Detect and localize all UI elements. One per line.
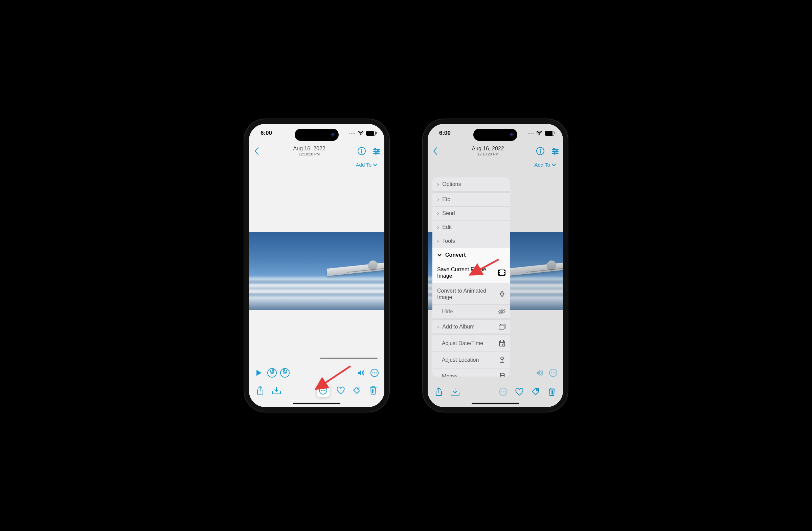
favorite-button[interactable] bbox=[514, 387, 524, 397]
favorite-button[interactable] bbox=[336, 386, 346, 395]
menu-label: Convert bbox=[445, 252, 506, 258]
trash-button[interactable] bbox=[547, 387, 557, 397]
menu-tools[interactable]: › Tools bbox=[432, 234, 510, 248]
download-button[interactable] bbox=[271, 386, 281, 395]
bottom-toolbar bbox=[427, 387, 563, 397]
more-button-b[interactable] bbox=[498, 387, 508, 397]
playback-toolbar: 10 10 bbox=[249, 368, 385, 378]
screen: 6:00 bbox=[427, 124, 563, 407]
menu-save-current-frame[interactable]: Save Current Frame Image bbox=[432, 262, 510, 283]
menu-convert-header[interactable]: Convert bbox=[432, 248, 510, 262]
svg-point-14 bbox=[358, 388, 359, 389]
info-button[interactable] bbox=[535, 145, 546, 157]
header-time: 12:18:28 PM bbox=[441, 152, 535, 156]
scrubber-track[interactable] bbox=[320, 358, 378, 359]
context-menu: › Options › Etc › Send › Edit › Tools bbox=[432, 178, 510, 377]
share-button[interactable] bbox=[434, 387, 444, 397]
tag-button[interactable] bbox=[352, 386, 362, 395]
menu-label: Options bbox=[442, 181, 506, 187]
share-button[interactable] bbox=[255, 386, 265, 395]
menu-convert-animated[interactable]: Convert to Animated Image bbox=[432, 283, 510, 305]
menu-label: Edit bbox=[442, 224, 506, 230]
menu-label: Add to Album bbox=[442, 324, 495, 330]
tag-button[interactable] bbox=[531, 387, 541, 397]
svg-point-28 bbox=[503, 391, 504, 392]
svg-point-18 bbox=[540, 149, 541, 150]
download-button[interactable] bbox=[450, 387, 460, 397]
status-bar: 6:00 bbox=[249, 124, 385, 142]
volume-button[interactable] bbox=[535, 368, 545, 378]
location-pin-icon bbox=[499, 356, 506, 364]
home-indicator[interactable] bbox=[472, 403, 519, 404]
info-button[interactable] bbox=[356, 145, 367, 157]
frame-image-icon bbox=[498, 269, 506, 276]
svg-point-24 bbox=[552, 372, 553, 373]
chevron-down-icon bbox=[373, 163, 378, 167]
photo-preview[interactable] bbox=[249, 232, 385, 310]
menu-label: Tools bbox=[442, 238, 506, 244]
menu-adjust-location[interactable]: Adjust Location bbox=[432, 352, 510, 368]
menu-label: Hide bbox=[437, 308, 495, 315]
more-button-a[interactable] bbox=[548, 368, 558, 378]
calendar-icon bbox=[499, 340, 506, 347]
wifi-icon bbox=[536, 131, 542, 136]
menu-options[interactable]: › Options bbox=[432, 178, 510, 191]
signal-dots-icon bbox=[528, 133, 534, 134]
add-to-button[interactable]: Add To bbox=[353, 160, 380, 170]
skip-forward-10-button[interactable]: 10 bbox=[280, 368, 290, 378]
back-button[interactable] bbox=[430, 145, 441, 157]
svg-point-30 bbox=[536, 389, 538, 391]
menu-send[interactable]: › Send bbox=[432, 207, 510, 221]
sliders-button[interactable] bbox=[549, 145, 561, 157]
more-button-a[interactable] bbox=[369, 368, 380, 378]
svg-point-13 bbox=[324, 390, 325, 391]
menu-add-to-album[interactable]: › Add to Album bbox=[432, 319, 510, 334]
device-right: 6:00 bbox=[423, 119, 568, 412]
menu-label: Send bbox=[442, 210, 506, 216]
menu-hide[interactable]: Hide bbox=[432, 305, 510, 319]
chevron-down-icon bbox=[437, 253, 442, 257]
header-time: 12:18:28 PM bbox=[263, 152, 356, 156]
svg-rect-40 bbox=[499, 325, 504, 329]
svg-point-16 bbox=[539, 135, 540, 136]
eye-off-icon bbox=[498, 309, 506, 314]
menu-etc[interactable]: › Etc bbox=[432, 191, 510, 207]
svg-point-23 bbox=[551, 372, 552, 373]
svg-rect-41 bbox=[499, 341, 505, 346]
svg-point-12 bbox=[322, 390, 323, 391]
sliders-button[interactable] bbox=[371, 145, 382, 157]
battery-icon bbox=[545, 131, 554, 136]
svg-point-0 bbox=[360, 135, 361, 136]
device-left: 6:00 bbox=[244, 119, 389, 412]
nav-header: Aug 16, 2022 12:18:28 PM bbox=[249, 142, 385, 160]
svg-rect-36 bbox=[504, 272, 505, 273]
stage: 6:00 bbox=[0, 0, 812, 531]
svg-point-8 bbox=[374, 372, 375, 373]
add-to-label: Add To bbox=[535, 162, 550, 168]
menu-label: Adjust Location bbox=[437, 357, 495, 363]
status-bar: 6:00 bbox=[427, 124, 563, 142]
svg-point-25 bbox=[554, 372, 555, 373]
menu-label: Convert to Animated Image bbox=[437, 288, 495, 301]
more-button-b[interactable] bbox=[317, 384, 330, 397]
svg-point-11 bbox=[321, 390, 322, 391]
add-to-button[interactable]: Add To bbox=[532, 160, 559, 170]
menu-label: Save Current Frame Image bbox=[437, 266, 495, 279]
animated-image-icon bbox=[499, 291, 506, 297]
skip-back-10-button[interactable]: 10 bbox=[267, 368, 277, 378]
back-button[interactable] bbox=[251, 145, 263, 157]
menu-edit[interactable]: › Edit bbox=[432, 221, 510, 234]
volume-button[interactable] bbox=[356, 368, 366, 378]
status-right bbox=[528, 131, 554, 136]
svg-rect-33 bbox=[499, 272, 500, 273]
svg-rect-34 bbox=[499, 274, 500, 275]
trash-button[interactable] bbox=[368, 386, 378, 395]
svg-rect-32 bbox=[499, 270, 500, 271]
menu-memo[interactable]: Memo bbox=[432, 368, 510, 377]
menu-adjust-datetime[interactable]: Adjust Date/Time bbox=[432, 334, 510, 352]
play-button[interactable] bbox=[254, 368, 264, 378]
home-indicator[interactable] bbox=[293, 403, 340, 404]
wifi-icon bbox=[358, 131, 364, 136]
header-date: Aug 16, 2022 bbox=[263, 145, 356, 152]
svg-point-43 bbox=[501, 357, 504, 360]
